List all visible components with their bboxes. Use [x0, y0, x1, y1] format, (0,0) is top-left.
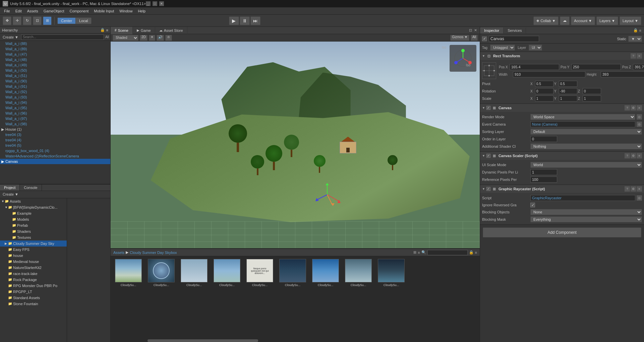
hierarchy-item[interactable]: Wall_a_i (97)	[0, 116, 110, 121]
hierarchy-item[interactable]: Wall_a_i (92)	[0, 89, 110, 94]
pivot-local[interactable]: Local	[76, 18, 91, 24]
pivot-toggle[interactable]: Center Local	[57, 17, 92, 24]
hierarchy-menu-icon[interactable]: ≡	[106, 28, 108, 32]
rect-transform-menu[interactable]: ?	[631, 53, 636, 59]
tree-rock[interactable]: 📁Rock Package	[0, 277, 67, 283]
canvas-settings[interactable]: ⚙	[631, 105, 636, 111]
inspector-lock-icon[interactable]: 🔒	[633, 28, 638, 32]
hierarchy-item[interactable]: Wall_a_i (51)	[0, 73, 110, 78]
transform-move-tool[interactable]: ✛	[13, 16, 21, 25]
render-mode-select[interactable]: World Space	[530, 114, 635, 120]
asset-search-input[interactable]	[427, 250, 468, 255]
pivot-y-input[interactable]	[559, 81, 577, 87]
transform-gizmo[interactable]	[314, 181, 341, 208]
script-ref[interactable]: GraphicRaycaster	[530, 195, 635, 201]
2d-toggle[interactable]: 2D	[140, 35, 148, 41]
canvas-scaler-settings[interactable]: ⚙	[631, 153, 636, 158]
hierarchy-item[interactable]: Wall_a_i (49)	[0, 62, 110, 68]
asset-item-5[interactable]: Neque porro quisquam est qui dolorem... …	[245, 259, 275, 287]
scale-x-input[interactable]	[535, 95, 553, 101]
canvas-scaler-header[interactable]: ▼ ✓ ⊞ Canvas Scaler (Script) ? ⚙ ≡	[480, 152, 644, 160]
add-component-button[interactable]: Add Component	[483, 227, 641, 237]
pause-button[interactable]: ⏸	[240, 16, 250, 25]
menu-window[interactable]: Window	[117, 8, 135, 14]
canvas-enabled-checkbox[interactable]: ✓	[486, 106, 490, 110]
menu-assets[interactable]: Assets	[24, 8, 41, 14]
tab-services[interactable]: Services	[504, 27, 526, 33]
asset-item-4[interactable]: CloudySu...	[212, 259, 242, 287]
hierarchy-group-house[interactable]: ▶House (1)	[0, 127, 110, 132]
hierarchy-item[interactable]: Wall_a_i (89)	[0, 46, 110, 52]
scale-z-input[interactable]	[583, 95, 601, 101]
tree-rpg-monster[interactable]: 📁RPG Monster Duo PBR Po	[0, 283, 67, 289]
maximize-button[interactable]: □	[153, 1, 157, 6]
layout-button[interactable]: Layout ▼	[620, 16, 641, 25]
tree-nature[interactable]: 📁NatureStarterKit2	[0, 265, 67, 271]
ui-scale-mode-select[interactable]: World	[530, 162, 642, 168]
hierarchy-item[interactable]: Wall_a_i (93)	[0, 94, 110, 100]
tree-race[interactable]: 📁race-track-lake	[0, 271, 67, 277]
script-target[interactable]: ◎	[637, 195, 642, 201]
menu-edit[interactable]: Edit	[13, 8, 24, 14]
graphic-raycaster-help[interactable]: ?	[625, 186, 630, 192]
hierarchy-header[interactable]: Hierarchy 🔒 ≡	[0, 27, 110, 33]
asset-menu-icon[interactable]: ≡	[475, 251, 477, 255]
scale-y-input[interactable]	[559, 95, 577, 101]
asset-item-9[interactable]: CloudySu...	[376, 259, 406, 287]
tab-game[interactable]: ▶ Game	[133, 27, 155, 34]
graphic-raycaster-header[interactable]: ▼ ✓ ⊞ Graphic Raycaster (Script) ? ⚙ ≡	[480, 185, 644, 193]
graphic-raycaster-settings[interactable]: ⚙	[631, 186, 636, 192]
canvas-help[interactable]: ?	[625, 105, 630, 111]
menu-help[interactable]: Help	[135, 8, 148, 14]
ignore-reversed-checkbox[interactable]: ✓	[530, 203, 535, 207]
hierarchy-lock-icon[interactable]: 🔒	[100, 28, 105, 32]
scene-orientation-gizmo[interactable]: Y X Z Iso	[450, 45, 476, 72]
order-in-layer-input[interactable]	[530, 136, 557, 142]
transform-rect-tool[interactable]: ⊞	[43, 16, 52, 25]
tree-example[interactable]: 📁Example	[0, 210, 67, 216]
hierarchy-all-label[interactable]: All	[105, 35, 109, 39]
tab-project[interactable]: Project	[0, 185, 20, 191]
hierarchy-item[interactable]: tree04 (4)	[0, 137, 110, 143]
object-active-checkbox[interactable]: ✓	[482, 37, 487, 41]
tree-cloudy-sky[interactable]: ▶📁Cloudy Summer Day Sky	[0, 241, 67, 247]
tree-bfw[interactable]: ▼📁[BFW]SimpleDynamicClo...	[0, 204, 67, 210]
project-create-button[interactable]: Create ▼	[1, 192, 20, 197]
shading-dropdown[interactable]: Shaded Wireframe	[113, 35, 138, 41]
dynamic-pixels-input[interactable]	[530, 169, 557, 175]
gizmos-button[interactable]: Gizmos ▼	[450, 35, 469, 41]
transform-hand-tool[interactable]: ✥	[3, 16, 11, 25]
tab-inspector[interactable]: Inspector	[480, 27, 504, 33]
scene-view[interactable]: Y X Z Iso Iso	[111, 42, 480, 248]
blocking-mask-select[interactable]: Everything	[530, 216, 642, 222]
tree-shaders[interactable]: 📁Shaders	[0, 228, 67, 234]
account-button[interactable]: Account ▼	[571, 16, 595, 25]
tab-asset-store[interactable]: ☁ Asset Store	[155, 27, 187, 34]
close-scene-icon[interactable]: ✕	[474, 28, 477, 32]
graphic-raycaster-menu[interactable]: ≡	[637, 186, 642, 192]
asset-item-7[interactable]: CloudySu...	[310, 259, 341, 287]
tree-rpgpp[interactable]: 📁RPGPP_LT	[0, 289, 67, 295]
close-button[interactable]: ✕	[159, 1, 164, 6]
rect-transform-options[interactable]: ≡	[637, 53, 642, 59]
asset-item-1[interactable]: CloudySu...	[113, 259, 143, 287]
rotation-z-input[interactable]	[583, 88, 601, 94]
render-mode-target[interactable]: ◎	[637, 114, 642, 120]
hierarchy-canvas-item[interactable]: ▶Canvas	[0, 159, 110, 164]
hierarchy-item[interactable]: tree04 (3)	[0, 132, 110, 137]
canvas-menu[interactable]: ≡	[637, 105, 642, 111]
minimize-button[interactable]: _	[146, 1, 151, 6]
transform-rotate-tool[interactable]: ↻	[23, 16, 32, 25]
menu-gameobject[interactable]: GameObject	[41, 8, 67, 14]
asset-item-8[interactable]: CloudySu...	[343, 259, 373, 287]
asset-icon-view-button[interactable]: ⊞	[413, 250, 416, 255]
height-input[interactable]	[601, 71, 644, 77]
asset-item-3[interactable]: CloudySu...	[179, 259, 209, 287]
all-button[interactable]: All	[471, 35, 478, 41]
inspector-menu-icon[interactable]: ≡	[639, 28, 641, 32]
hierarchy-item[interactable]: Wall_a_i (90)	[0, 78, 110, 84]
hierarchy-search-input[interactable]	[21, 35, 104, 40]
effects-toggle[interactable]: ⛭	[165, 35, 172, 41]
transform-scale-tool[interactable]: ⊡	[33, 16, 42, 25]
tree-assets[interactable]: ▼📁Assets	[0, 198, 67, 204]
